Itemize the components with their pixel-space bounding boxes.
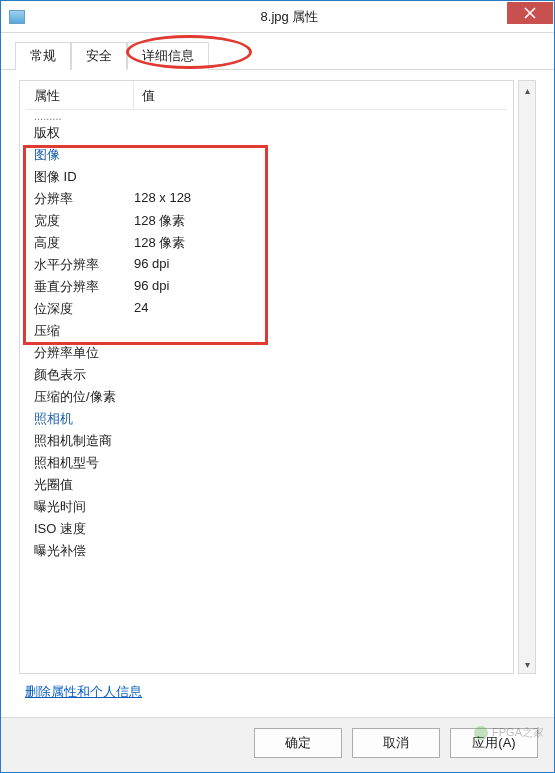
prop-val[interactable] (134, 498, 507, 516)
prop-key[interactable]: 宽度 (34, 212, 134, 230)
prop-key[interactable]: 图像 ID (34, 168, 134, 186)
table-row: 水平分辨率96 dpi (26, 254, 507, 276)
header-value[interactable]: 值 (134, 81, 507, 109)
prop-val[interactable] (134, 432, 507, 450)
prop-val[interactable] (134, 542, 507, 560)
prop-val[interactable]: 128 像素 (134, 234, 507, 252)
prop-val[interactable] (134, 366, 507, 384)
button-row: 确定 取消 应用(A) (1, 717, 554, 772)
section-label: 图像 (34, 146, 134, 164)
table-row: 垂直分辨率96 dpi (26, 276, 507, 298)
table-row: 照相机型号 (26, 452, 507, 474)
prop-val[interactable]: 128 x 128 (134, 190, 507, 208)
prop-key[interactable]: 分辨率单位 (34, 344, 134, 362)
table-row: 位深度24 (26, 298, 507, 320)
prop-val[interactable] (134, 322, 507, 340)
prop-val[interactable]: 24 (134, 300, 507, 318)
prop-key[interactable]: 版权 (34, 124, 134, 142)
content-area: 属性 值 ......... 版权 图像 图像 ID 分辨率128 x 128 … (1, 70, 554, 678)
table-row: 图像 ID (26, 166, 507, 188)
tab-general[interactable]: 常规 (15, 42, 71, 70)
table-row: 压缩 (26, 320, 507, 342)
window-title: 8.jpg 属性 (25, 8, 554, 26)
properties-window: 8.jpg 属性 常规 安全 详细信息 属性 值 ......... 版权 图像… (0, 0, 555, 773)
tab-details[interactable]: 详细信息 (127, 42, 209, 70)
property-list: 属性 值 ......... 版权 图像 图像 ID 分辨率128 x 128 … (19, 80, 514, 674)
table-row: 曝光补偿 (26, 540, 507, 562)
ok-button[interactable]: 确定 (254, 728, 342, 758)
prop-val[interactable] (134, 520, 507, 538)
prop-key[interactable]: 曝光时间 (34, 498, 134, 516)
tabs-row: 常规 安全 详细信息 (1, 33, 554, 70)
prop-key[interactable]: 颜色表示 (34, 366, 134, 384)
prop-key[interactable]: 位深度 (34, 300, 134, 318)
link-row: 删除属性和个人信息 (1, 678, 554, 717)
prop-val[interactable]: 128 像素 (134, 212, 507, 230)
apply-button[interactable]: 应用(A) (450, 728, 538, 758)
close-icon (524, 7, 536, 19)
scrollbar[interactable]: ▴ ▾ (518, 80, 536, 674)
table-row: 宽度128 像素 (26, 210, 507, 232)
prop-val[interactable]: 96 dpi (134, 256, 507, 274)
table-row: 分辨率单位 (26, 342, 507, 364)
scroll-track[interactable] (519, 99, 535, 655)
prop-val[interactable] (134, 344, 507, 362)
prop-key[interactable]: 光圈值 (34, 476, 134, 494)
scroll-up-button[interactable]: ▴ (519, 81, 535, 99)
prop-key[interactable]: 照相机制造商 (34, 432, 134, 450)
image-file-icon (9, 10, 25, 24)
table-row: 曝光时间 (26, 496, 507, 518)
prop-key[interactable]: 曝光补偿 (34, 542, 134, 560)
truncated-indicator: ......... (26, 110, 507, 122)
prop-key[interactable]: 水平分辨率 (34, 256, 134, 274)
table-row: 光圈值 (26, 474, 507, 496)
table-row: 压缩的位/像素 (26, 386, 507, 408)
prop-key[interactable]: 压缩 (34, 322, 134, 340)
titlebar: 8.jpg 属性 (1, 1, 554, 33)
scroll-down-button[interactable]: ▾ (519, 655, 535, 673)
section-camera: 照相机 (26, 408, 507, 430)
table-header: 属性 值 (26, 81, 507, 110)
prop-key[interactable]: 高度 (34, 234, 134, 252)
table-row: ISO 速度 (26, 518, 507, 540)
prop-key[interactable]: 照相机型号 (34, 454, 134, 472)
prop-val[interactable] (134, 476, 507, 494)
cancel-button[interactable]: 取消 (352, 728, 440, 758)
section-image: 图像 (26, 144, 507, 166)
prop-key[interactable]: ISO 速度 (34, 520, 134, 538)
prop-val[interactable] (134, 124, 507, 142)
section-label: 照相机 (34, 410, 134, 428)
prop-val[interactable] (134, 388, 507, 406)
prop-val[interactable]: 96 dpi (134, 278, 507, 296)
table-row: 颜色表示 (26, 364, 507, 386)
table-row: 高度128 像素 (26, 232, 507, 254)
header-property[interactable]: 属性 (26, 81, 134, 109)
table-row: 分辨率128 x 128 (26, 188, 507, 210)
prop-key[interactable]: 垂直分辨率 (34, 278, 134, 296)
prop-val[interactable] (134, 454, 507, 472)
tab-security[interactable]: 安全 (71, 42, 127, 70)
prop-val[interactable] (134, 168, 507, 186)
close-button[interactable] (507, 2, 553, 24)
prop-key[interactable]: 分辨率 (34, 190, 134, 208)
prop-key[interactable]: 压缩的位/像素 (34, 388, 134, 406)
table-row: 版权 (26, 122, 507, 144)
table-row: 照相机制造商 (26, 430, 507, 452)
remove-properties-link[interactable]: 删除属性和个人信息 (25, 684, 142, 699)
